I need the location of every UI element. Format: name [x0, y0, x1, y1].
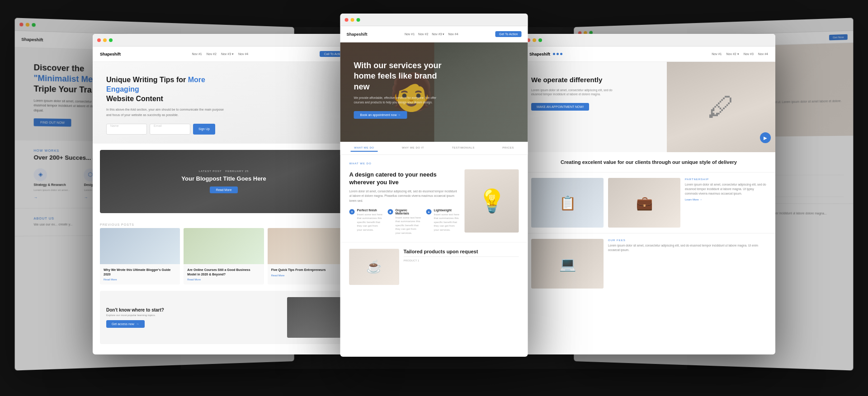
fees-text: Lorem ipsum dolor sit amet, consectetur …	[608, 243, 766, 252]
blog-nav-2[interactable]: Nov #2	[207, 52, 217, 56]
design-icon: ⬡	[88, 172, 93, 178]
post-card-body-1: Why We Wrote this Ultimate Blogger's Gui…	[100, 264, 180, 285]
center-section-tabs: WHAT WE DO WHY WE DO IT TESTIMONIALS PRI…	[340, 142, 528, 155]
blog-hero-sub: In this above-the-fold section, your aim…	[106, 107, 224, 117]
front-right-mockup: Shapeshift Nov #1 Nov #2 ▾ Nov #3 Nov #4…	[522, 34, 775, 354]
strategy-arrow[interactable]: →	[34, 196, 70, 200]
close-dot-fl	[97, 38, 101, 42]
what-we-do-title: A design catered to your needs wherever …	[349, 171, 460, 186]
get-access-btn[interactable]: Get access now →	[106, 320, 145, 328]
learn-more-link[interactable]: Learn More →	[685, 198, 766, 201]
center-nav-links: Nov #1 Nov #2 Nov #3 ▾ Nov #4	[405, 33, 458, 36]
post-cards-container: Why We Wrote this Ultimate Blogger's Gui…	[93, 228, 355, 291]
tab-testimonials[interactable]: TESTIMONIALS	[448, 144, 478, 152]
product-label: PRODUCT 1	[404, 259, 519, 262]
dont-know-image	[287, 297, 341, 338]
blog-hero-title: Unique Writing Tips for More Engaging We…	[106, 75, 215, 103]
logo-dot-1	[553, 53, 555, 55]
right-header: Shapeshift Nov #1 Nov #2 ▾ Nov #3 Nov #4	[522, 47, 775, 62]
strategy-desc: Lorem ipsum dolor sit amet...	[34, 188, 70, 192]
front-left-mockup: Shapeshift Nov #1 Nov #2 Nov #3 ▾ Nov #4…	[93, 34, 355, 354]
email-input[interactable]: Email	[150, 124, 190, 135]
right-img-block-1: 📋	[531, 178, 604, 228]
featured-tag: LATEST POST FEBRUARY 25	[199, 170, 249, 172]
post-card-img-2	[184, 228, 264, 264]
tab-prices[interactable]: PRICES	[499, 144, 517, 152]
back-left-logo: Shapeshift	[21, 37, 43, 42]
minimize-dot	[26, 23, 29, 26]
right-nav-2[interactable]: Nov #2 ▾	[726, 52, 739, 56]
right-nav-4[interactable]: Nov #4	[758, 52, 768, 56]
strategy-icon-circle: ◈	[34, 168, 47, 182]
post-card-read-1[interactable]: Read More	[104, 278, 176, 281]
tab-what-we-do[interactable]: WHAT WE DO	[350, 144, 377, 152]
center-cta[interactable]: Get To Action	[495, 31, 522, 37]
blog-nav-1[interactable]: Nov #1	[192, 52, 202, 56]
btn-arrow-icon: →	[136, 322, 139, 326]
post-card-read-3[interactable]: Read More	[271, 274, 344, 277]
br-nav-getnow[interactable]: Get Now	[829, 34, 848, 40]
feat-lightweight: ▲ Lightweight Insert some text here that…	[426, 209, 460, 235]
center-nav-3[interactable]: Nov #3 ▾	[432, 33, 444, 36]
right-img-block-2: 💼	[608, 178, 680, 228]
value-title: Creating excelent value for our clients …	[531, 159, 766, 165]
read-more-btn[interactable]: Read More	[210, 186, 238, 193]
appointment-btn[interactable]: MAKE AN APPOINTMENT NOW!	[531, 103, 589, 111]
logo-dot-2	[557, 53, 559, 55]
product-image: ☕	[349, 249, 399, 285]
dont-know-bar: Don't know where to start? Explore our m…	[100, 291, 348, 344]
blog-nav-4[interactable]: Nov #4	[238, 52, 248, 56]
tab-why-we-do-it[interactable]: WHY WE DO IT	[398, 144, 428, 152]
partnership-text: Lorem ipsum dolor sit amet, consectetur …	[685, 182, 766, 196]
blog-header: Shapeshift Nov #1 Nov #2 Nov #3 ▾ Nov #4…	[93, 47, 355, 62]
minimize-dot-c	[351, 18, 354, 22]
right-hero-title: We operate differently	[531, 75, 658, 84]
feat-dot-3: ▲	[426, 209, 432, 214]
product-info: Tailored products upon request PRODUCT 1	[404, 249, 519, 285]
feat-text-1: Perfect finish Insert some text here tha…	[357, 209, 383, 232]
book-appointment-btn[interactable]: Book an appointment now →	[354, 111, 407, 119]
strategy-label: Strategy & Research	[34, 183, 70, 186]
center-nav-1[interactable]: Nov #1	[405, 33, 415, 36]
post-card-2: Are Online Courses Still a Good Business…	[184, 228, 264, 285]
signup-btn[interactable]: Sign Up	[193, 124, 215, 135]
post-card-title-1: Why We Wrote this Ultimate Blogger's Gui…	[104, 268, 176, 277]
play-btn-icon[interactable]: ▶	[760, 132, 771, 143]
right-hero: We operate differently Lorem ipsum dolor…	[522, 62, 775, 152]
post-card-1: Why We Wrote this Ultimate Blogger's Gui…	[100, 228, 180, 285]
center-hero: 🧑 With our services your home feels like…	[340, 42, 528, 142]
browser-bar-front-right	[522, 34, 775, 47]
value-section: Creating excelent value for our clients …	[522, 152, 775, 172]
right-nav-3[interactable]: Nov #3	[744, 52, 754, 56]
what-we-do-image: 💡	[465, 169, 519, 233]
close-dot	[19, 23, 23, 26]
post-card-read-2[interactable]: Read More	[187, 278, 260, 281]
minimize-dot-fr	[533, 38, 536, 42]
what-we-do-text-col: A design catered to your needs wherever …	[349, 169, 460, 235]
product-divider	[404, 256, 519, 257]
post-card-body-2: Are Online Courses Still a Good Business…	[184, 264, 264, 285]
play-icon: ▶	[764, 135, 767, 140]
fees-text-col: OUR FEES Lorem ipsum dolor sit amet, con…	[608, 239, 766, 289]
feat-text-3: Lightweight Insert some text here that s…	[434, 209, 460, 232]
what-we-do-section: WHAT WE DO A design catered to your need…	[340, 155, 528, 242]
center-nav-4[interactable]: Nov #4	[448, 33, 458, 36]
partnership-col: PARTNERSHIP Lorem ipsum dolor sit amet, …	[685, 178, 766, 228]
bg-bottom	[181, 369, 687, 396]
feat-dot-1: ●	[349, 209, 355, 214]
laptop-icon: 💻	[531, 239, 604, 289]
right-nav-1[interactable]: Nov #1	[712, 52, 722, 56]
lamp-icon: 💡	[478, 188, 506, 214]
maximize-dot-fr	[538, 38, 542, 42]
minimize-dot-fl	[103, 38, 107, 42]
hero-cta-btn[interactable]: FIND OUT NOW	[34, 118, 71, 126]
icon-item-strategy: ◈ Strategy & Research Lorem ipsum dolor …	[34, 168, 70, 200]
right-nav-links: Nov #1 Nov #2 ▾ Nov #3 Nov #4	[712, 52, 768, 56]
name-input[interactable]: Name	[106, 124, 147, 135]
right-logo-area: Shapeshift	[529, 52, 562, 56]
right-hero-img-inner: 🖊	[667, 62, 775, 152]
post-card-img-3	[268, 228, 348, 264]
center-nav-2[interactable]: Nov #2	[418, 33, 428, 36]
post-card-3: Five Quick Tips From Entrepreneurs Read …	[268, 228, 348, 285]
blog-nav-3[interactable]: Nov #3 ▾	[221, 52, 234, 56]
